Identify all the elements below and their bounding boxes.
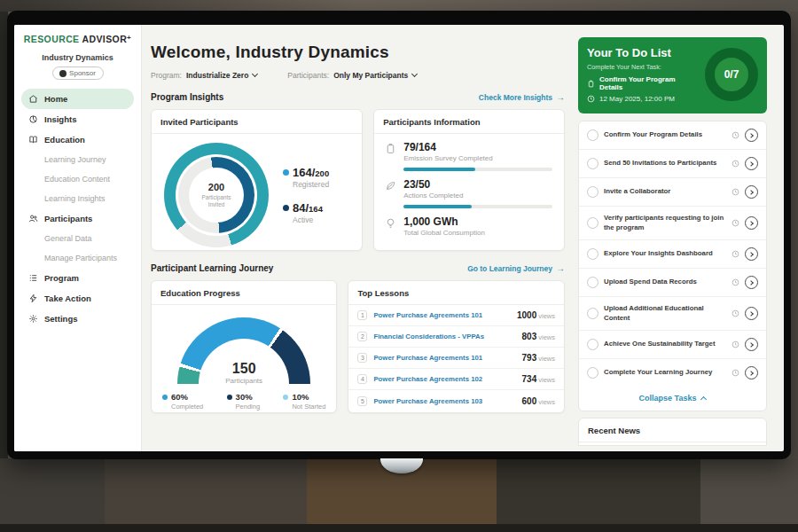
collapse-label: Collapse Tasks (639, 394, 697, 403)
stat-value: 23/50 (403, 178, 553, 191)
sidebar-item-program[interactable]: Program (21, 268, 134, 288)
card-title: Invited Participants (152, 110, 362, 134)
sidebar-item-manage-participants[interactable]: Manage Participants (21, 248, 134, 268)
legend-label: Pending (236, 403, 261, 411)
invited-donut-chart: 200 Participants Invited (164, 143, 269, 247)
task-checkbox[interactable] (587, 339, 598, 350)
clock-icon (732, 369, 739, 377)
lesson-title-link[interactable]: Power Purchase Agreements 101 (373, 311, 511, 319)
lesson-views-label: views (538, 333, 555, 341)
task-chevron-button[interactable] (745, 185, 758, 199)
task-label: Achieve One Sustainability Target (604, 340, 726, 349)
sidebar-item-education-content[interactable]: Education Content (21, 169, 134, 189)
sidebar-item-home[interactable]: Home (21, 89, 134, 109)
task-row[interactable]: Complete Your Learning Journey (579, 358, 766, 387)
lesson-row: 4 Power Purchase Agreements 102 734views (348, 369, 564, 390)
task-chevron-button[interactable] (745, 276, 758, 289)
book-icon (28, 135, 38, 145)
task-row[interactable]: Send 50 Invitations to Participants (579, 149, 766, 177)
task-checkbox[interactable] (587, 367, 598, 379)
task-chevron-button[interactable] (745, 247, 758, 261)
legend-completed: 60% Completed (162, 392, 203, 411)
arrow-right-icon: → (556, 92, 565, 102)
background-panel (0, 458, 105, 532)
lesson-row: 2 Financial Considerations - VPPAs 803vi… (348, 326, 564, 348)
task-checkbox[interactable] (587, 186, 598, 198)
home-icon (28, 94, 38, 104)
logo-plus: + (127, 34, 131, 42)
task-row[interactable]: Upload Spend Data Records (579, 268, 766, 296)
clock-icon (732, 309, 739, 317)
active-donut-ring: 200 Participants Invited (178, 157, 254, 233)
sidebar-item-learning-insights[interactable]: Learning Insights (21, 189, 134, 208)
sidebar-item-insights[interactable]: Insights (21, 109, 134, 129)
participants-information-card: Participants Information 79/164 Emission… (373, 109, 565, 251)
task-checkbox[interactable] (587, 308, 598, 319)
sidebar-item-general-data[interactable]: General Data (21, 229, 134, 248)
action-icon (28, 293, 38, 303)
task-row[interactable]: Achieve One Sustainability Target (579, 330, 766, 358)
sidebar-item-label: Take Action (44, 293, 91, 303)
stat-label: Total Global Consumption (403, 229, 553, 237)
legend-active: 84/164 Active (283, 201, 329, 224)
sidebar-item-settings[interactable]: Settings (21, 309, 134, 329)
task-chevron-button[interactable] (745, 307, 758, 320)
legend-label: Registered (293, 180, 329, 189)
clock-icon (732, 188, 739, 196)
task-checkbox[interactable] (587, 248, 598, 260)
page-title: Welcome, Industry Dynamics (151, 43, 565, 62)
task-row[interactable]: Confirm Your Program Details (579, 121, 766, 149)
clock-icon (732, 131, 739, 139)
task-row[interactable]: Invite a Collaborator (579, 177, 766, 206)
task-checkbox[interactable] (587, 217, 598, 229)
task-row[interactable]: Upload Additional Educational Content (579, 296, 766, 330)
todo-progress-ring: 0/7 (705, 48, 758, 101)
task-row[interactable]: Verify participants requesting to join t… (579, 206, 766, 239)
lesson-views-label: views (538, 376, 555, 384)
lesson-title-link[interactable]: Power Purchase Agreements 103 (373, 397, 515, 405)
collapse-tasks-link[interactable]: Collapse Tasks (579, 387, 766, 411)
task-chevron-button[interactable] (745, 157, 758, 170)
sidebar-item-learning-journey[interactable]: Learning Journey (21, 150, 134, 169)
program-dropdown[interactable]: Program: Industrialize Zero (151, 71, 257, 80)
sidebar-item-education[interactable]: Education (21, 129, 134, 150)
desk-edge (0, 524, 798, 532)
gauge-center-value: 150 (177, 361, 310, 377)
chevron-down-icon (411, 71, 418, 77)
legend-dot (162, 395, 168, 400)
progress-track (403, 168, 552, 171)
task-checkbox[interactable] (587, 158, 598, 169)
todo-panel: Your To Do List Complete Your Next Task:… (578, 37, 767, 451)
lesson-title-link[interactable]: Power Purchase Agreements 101 (373, 354, 515, 362)
sidebar-item-label: Settings (44, 314, 77, 324)
sidebar-item-label: Education (44, 135, 85, 145)
stat-value: 79/164 (403, 141, 553, 153)
legend-value: 164/ (293, 166, 315, 179)
task-checkbox[interactable] (587, 129, 598, 141)
sidebar-item-take-action[interactable]: Take Action (21, 288, 134, 309)
lesson-title-link[interactable]: Power Purchase Agreements 102 (373, 375, 515, 383)
task-chevron-button[interactable] (745, 216, 758, 230)
task-row[interactable]: Explore Your Insights Dashboard (579, 239, 766, 268)
legend-dot (283, 169, 289, 176)
clock-icon (732, 340, 739, 348)
donut-center-label: Participants Invited (195, 194, 238, 208)
task-chevron-button[interactable] (745, 366, 758, 379)
lesson-views: 600 (522, 396, 537, 406)
sidebar-item-participants[interactable]: Participants (21, 208, 134, 229)
go-to-learning-journey-link[interactable]: Go to Learning Journey → (467, 263, 565, 273)
lesson-title-link[interactable]: Financial Considerations - VPPAs (373, 332, 515, 340)
participants-dropdown[interactable]: Participants: Only My Participants (287, 71, 417, 80)
check-more-insights-link[interactable]: Check More Insights → (479, 92, 565, 102)
task-chevron-button[interactable] (745, 129, 758, 142)
legend-total: 164 (309, 204, 323, 214)
sidebar-item-label: Home (44, 94, 67, 104)
donut-center-value: 200 (208, 182, 224, 192)
legend-pct: 10% (292, 392, 325, 402)
task-chevron-button[interactable] (745, 338, 758, 351)
invited-participants-card: Invited Participants 200 Participants In… (151, 109, 363, 251)
legend-pending: 30% Pending (227, 392, 261, 411)
task-checkbox[interactable] (587, 277, 598, 288)
legend-dot (283, 205, 289, 211)
program-dropdown-label: Program: (151, 71, 182, 80)
